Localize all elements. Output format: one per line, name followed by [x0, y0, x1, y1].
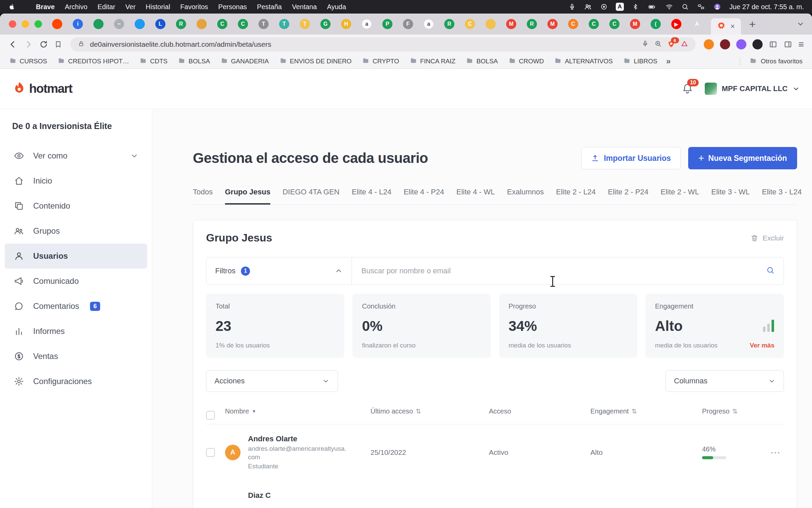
exclude-button[interactable]: Excluir	[750, 234, 784, 242]
filters-toggle[interactable]: Filtros 1	[206, 257, 352, 284]
browser-tab[interactable]: C	[568, 19, 578, 29]
menubar-item-personas[interactable]: Personas	[218, 3, 247, 11]
import-users-button[interactable]: Importar Usuarios	[581, 147, 681, 169]
sidebar-item-comentarios[interactable]: Comentarios6	[5, 294, 147, 319]
menubar-item-brave[interactable]: Brave	[36, 3, 55, 11]
segment-tab-elite-2-l24[interactable]: Elite 2 - L24	[556, 188, 595, 205]
browser-tab[interactable]: T	[258, 19, 269, 29]
menubar-item-ventana[interactable]: Ventana	[292, 3, 317, 11]
sidebar-item-inicio[interactable]: Inicio	[5, 168, 147, 193]
wifi-icon[interactable]	[665, 3, 673, 10]
new-segmentation-button[interactable]: + Nueva Segmentación	[688, 147, 797, 169]
bookmarks-overflow-chevron[interactable]: »	[666, 57, 671, 66]
bluetooth-icon[interactable]	[632, 3, 639, 10]
segment-tab-elite-3-l24[interactable]: Elite 3 - L24	[762, 188, 802, 205]
segment-tab-elite-4-wl[interactable]: Elite 4 - WL	[456, 188, 495, 205]
forward-button[interactable]	[24, 40, 33, 49]
menubar-item-editar[interactable]: Editar	[97, 3, 115, 11]
column-header-progreso[interactable]: Progreso⇅	[702, 407, 770, 423]
browser-tab[interactable]: G	[320, 19, 331, 29]
control-center-icon[interactable]	[697, 3, 705, 10]
browser-tab[interactable]	[486, 19, 496, 29]
actions-dropdown[interactable]: Acciones	[206, 370, 338, 392]
menubar-item-historial[interactable]: Historial	[146, 3, 170, 11]
minimize-window-button[interactable]	[22, 20, 29, 28]
browser-tab[interactable]	[93, 19, 104, 29]
input-source-icon[interactable]: A	[616, 3, 624, 11]
brave-shield-icon[interactable]: 6	[667, 40, 675, 48]
extension-metamask-icon[interactable]	[704, 39, 714, 49]
secure-lock-icon[interactable]	[78, 40, 85, 48]
bookmark-libros[interactable]: LIBROS	[624, 57, 657, 66]
sidebar-item-comunicado[interactable]: Comunicado	[5, 269, 147, 294]
bookmark-alternativos[interactable]: ALTERNATIVOS	[555, 57, 613, 66]
new-tab-button[interactable]: +	[749, 18, 756, 30]
browser-tab[interactable]: A	[692, 19, 702, 29]
browser-tab[interactable]: P	[382, 19, 392, 29]
sort-arrows-icon[interactable]: ⇅	[416, 407, 421, 415]
browser-tab[interactable]: C	[589, 19, 599, 29]
screen-share-users-icon[interactable]	[584, 3, 592, 11]
browser-tab[interactable]: M	[547, 19, 558, 29]
browser-tab[interactable]: M	[506, 19, 516, 29]
apple-menu-icon[interactable]	[8, 3, 16, 10]
sidebar-item-ver-como[interactable]: Ver como	[5, 143, 147, 168]
browser-tab[interactable]: (	[651, 19, 661, 29]
extension-dark-icon[interactable]	[752, 39, 763, 49]
other-favorites[interactable]: Otros favoritos	[761, 58, 803, 65]
browser-tab[interactable]: ~	[114, 19, 124, 29]
reload-button[interactable]	[39, 40, 48, 49]
browser-tab[interactable]: ▶	[671, 19, 681, 29]
bookmark-flag-icon[interactable]	[54, 40, 62, 48]
hotmart-logo[interactable]: hotmart	[12, 81, 72, 97]
bookmark-finca-raiz[interactable]: FINCA RAIZ	[410, 57, 456, 66]
browser-menu-icon[interactable]: ≡	[798, 40, 804, 49]
bookmark-creditos-hipot[interactable]: CREDITOS HIPOT…	[58, 57, 129, 66]
segment-tab-elite-4-l24[interactable]: Elite 4 - L24	[352, 188, 391, 205]
menubar-item-favoritos[interactable]: Favoritos	[180, 3, 208, 11]
browser-tab[interactable]: R	[527, 19, 537, 29]
bookmark-cursos[interactable]: CURSOS	[9, 57, 47, 66]
row-actions-menu[interactable]: ⋯	[770, 446, 784, 458]
columns-dropdown[interactable]: Columnas	[666, 370, 784, 392]
segment-tab-elite-3-wl[interactable]: Elite 3 - WL	[711, 188, 750, 205]
table-row-partial[interactable]: Diaz C	[206, 481, 784, 508]
notifications-button[interactable]: 10	[682, 83, 693, 94]
bookmark-bolsa[interactable]: BOLSA	[466, 57, 498, 66]
browser-tab[interactable]: i	[73, 19, 83, 29]
browser-tab[interactable]	[197, 19, 207, 29]
back-button[interactable]	[8, 40, 18, 49]
sidebar-item-configuraciones[interactable]: Configuraciones	[5, 369, 147, 394]
tab-search-chevron-icon[interactable]	[796, 20, 805, 28]
user-avatar-icon[interactable]	[713, 3, 721, 11]
screen-record-icon[interactable]	[600, 3, 608, 10]
segment-tab-todos[interactable]: Todos	[193, 188, 213, 205]
zoom-page-icon[interactable]	[654, 40, 662, 49]
ver-mas-link[interactable]: Ver más	[750, 342, 774, 349]
header-checkbox[interactable]	[206, 411, 215, 420]
menubar-item-ver[interactable]: Ver	[126, 3, 136, 11]
search-icon[interactable]	[766, 266, 775, 276]
voice-search-icon[interactable]	[641, 40, 649, 49]
url-text[interactable]: de0ainversionistaelite.club.hotmart.com/…	[90, 40, 271, 48]
column-header-engagement[interactable]: Engagement⇅	[590, 407, 702, 423]
browser-tab[interactable]: R	[444, 19, 454, 29]
address-bar[interactable]: de0ainversionistaelite.club.hotmart.com/…	[70, 37, 696, 51]
browser-tab[interactable]: a	[424, 19, 434, 29]
column-header-nombre[interactable]: Nombre▼	[225, 407, 370, 423]
bookmark-crowd[interactable]: CROWD	[509, 57, 544, 66]
browser-tab[interactable]: C	[609, 19, 619, 29]
reading-list-panel-icon[interactable]	[784, 40, 792, 49]
browser-tab[interactable]: M	[630, 19, 640, 29]
browser-tab[interactable]: R	[176, 19, 186, 29]
column-header-acceso[interactable]: Acceso	[489, 407, 590, 423]
browser-tab[interactable]: a	[362, 19, 372, 29]
browser-tab[interactable]: H	[341, 19, 351, 29]
close-tab-icon[interactable]: ×	[730, 22, 735, 31]
sort-arrows-icon[interactable]: ⇅	[732, 407, 738, 415]
bookmark-ganaderia[interactable]: GANADERIA	[221, 57, 269, 66]
menubar-item-ayuda[interactable]: Ayuda	[327, 3, 346, 11]
active-browser-tab[interactable]: ×	[711, 18, 741, 35]
table-row[interactable]: AAndres Olarteandres.olarte@americanreal…	[206, 424, 784, 479]
zoom-window-button[interactable]	[35, 20, 42, 28]
